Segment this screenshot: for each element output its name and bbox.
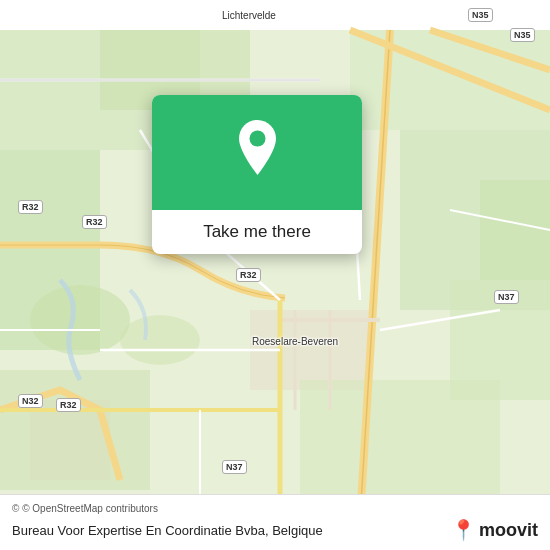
road-label-n37-bottom: N37	[222, 460, 247, 474]
road-label-n35-right: N35	[510, 28, 535, 42]
road-label-r32-left: R32	[18, 200, 43, 214]
copyright-symbol: ©	[12, 503, 19, 514]
location-info: Bureau Voor Expertise En Coordinatie Bvb…	[12, 518, 538, 542]
popup-button-area: Take me there	[152, 210, 362, 254]
location-popup: Take me there	[152, 95, 362, 254]
moovit-text: moovit	[479, 520, 538, 541]
road-label-n35-top: N35	[468, 8, 493, 22]
take-me-there-button[interactable]: Take me there	[203, 222, 311, 242]
map-container: N35 N35 R32 R32 R32 N37 N32 R32 N37 Lich…	[0, 0, 550, 550]
road-label-r32-center: R32	[236, 268, 261, 282]
svg-rect-12	[0, 370, 150, 490]
svg-point-7	[30, 285, 130, 355]
map-attribution: © © OpenStreetMap contributors	[12, 503, 538, 514]
road-label-r32-bottom: R32	[56, 398, 81, 412]
svg-point-8	[120, 315, 200, 365]
bottom-bar: © © OpenStreetMap contributors Bureau Vo…	[0, 494, 550, 550]
city-label-roeselare: Roeselare-Beveren	[252, 336, 338, 347]
city-label-lichtervelde: Lichtervelde	[222, 10, 276, 21]
attribution-text: © OpenStreetMap contributors	[22, 503, 158, 514]
svg-point-35	[249, 131, 265, 147]
moovit-logo: 📍 moovit	[451, 518, 538, 542]
road-label-r32-mid: R32	[82, 215, 107, 229]
location-name: Bureau Voor Expertise En Coordinatie Bvb…	[12, 523, 451, 538]
road-label-n32-bl: N32	[18, 394, 43, 408]
map-background	[0, 0, 550, 550]
road-label-n37-right: N37	[494, 290, 519, 304]
location-pin-icon	[230, 120, 285, 185]
svg-rect-10	[480, 180, 550, 280]
moovit-pin-icon: 📍	[451, 518, 476, 542]
popup-icon-area	[152, 95, 362, 210]
